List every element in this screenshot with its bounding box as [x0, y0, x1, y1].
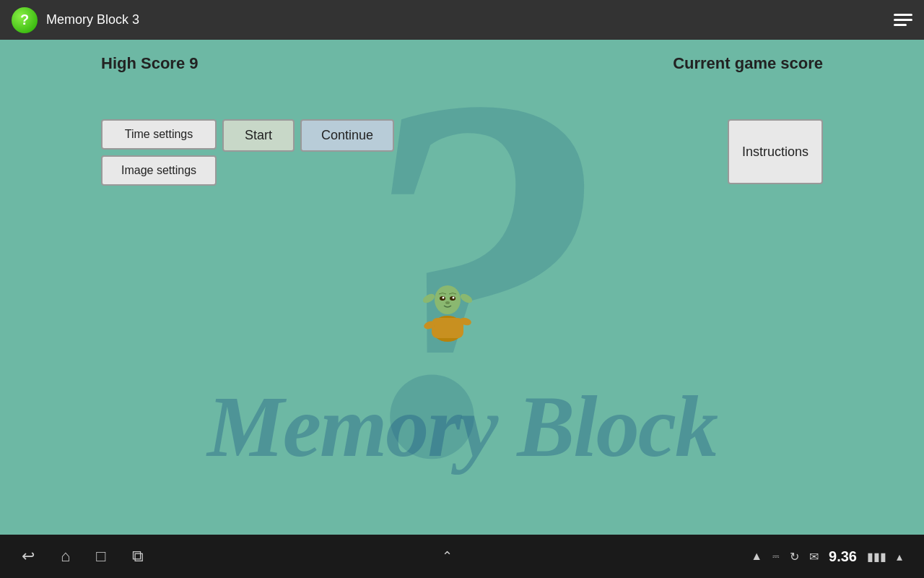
top-bar: ? Memory Block 3: [0, 0, 924, 40]
sync-icon: ↻: [790, 550, 799, 564]
screenshot-icon[interactable]: ⧉: [132, 547, 144, 566]
svg-point-11: [443, 297, 445, 299]
svg-point-7: [422, 292, 437, 305]
app-icon-symbol: ?: [20, 12, 29, 28]
svg-point-1: [432, 316, 463, 342]
svg-point-6: [435, 285, 461, 314]
character-yoda: [419, 278, 476, 343]
gmail-icon: ✉: [809, 550, 819, 564]
current-score-label: Current game score: [673, 54, 823, 73]
menu-icon[interactable]: [894, 14, 912, 26]
image-settings-button[interactable]: Image settings: [101, 155, 217, 186]
svg-point-8: [459, 292, 474, 305]
scores-row: High Score 9 Current game score: [101, 54, 823, 73]
top-bar-left: ? Memory Block 3: [12, 7, 139, 33]
nav-right: ▲ ⎓ ↻ ✉ 9.36 ▮▮▮ ▴: [751, 548, 902, 565]
svg-text:?: ?: [343, 40, 603, 509]
wifi-icon: ▴: [897, 550, 902, 564]
back-icon[interactable]: ↩: [22, 547, 35, 566]
svg-point-9: [440, 296, 445, 301]
nav-left: ↩ ⌂ □ ⧉: [22, 547, 144, 566]
game-title-watermark: Memory Block: [0, 377, 924, 477]
high-score-label: High Score 9: [101, 54, 198, 73]
usb-icon: ⎓: [772, 550, 780, 563]
nav-center-chevron[interactable]: ⌃: [442, 548, 453, 564]
buttons-row: Time settings Image settings Start Conti…: [101, 119, 394, 186]
svg-point-13: [445, 301, 450, 304]
svg-rect-2: [432, 318, 463, 338]
main-content: ? Memory Block High Score 9 Current ga: [0, 40, 924, 535]
instructions-button[interactable]: Instructions: [728, 119, 823, 184]
bottom-nav-bar: ↩ ⌂ □ ⧉ ⌃ ▲ ⎓ ↻ ✉ 9.36 ▮▮▮ ▴: [0, 535, 924, 578]
signal-bars-icon: ▮▮▮: [867, 550, 886, 564]
continue-button[interactable]: Continue: [300, 119, 394, 152]
svg-point-10: [450, 296, 456, 301]
time-display: 9.36: [829, 548, 857, 565]
svg-point-3: [423, 320, 436, 331]
right-buttons: Instructions: [728, 119, 823, 184]
app-icon: ?: [12, 7, 38, 33]
recents-icon[interactable]: □: [96, 547, 105, 566]
svg-rect-5: [443, 306, 453, 313]
app-title: Memory Block 3: [46, 12, 139, 27]
android-status-icon: ▲: [751, 550, 762, 563]
left-buttons: Time settings Image settings: [101, 119, 217, 186]
svg-point-4: [459, 316, 472, 327]
home-icon[interactable]: ⌂: [61, 547, 70, 566]
start-button[interactable]: Start: [222, 119, 295, 152]
time-settings-button[interactable]: Time settings: [101, 119, 217, 150]
question-mark-decoration: ?: [199, 40, 747, 509]
svg-point-12: [453, 297, 455, 299]
